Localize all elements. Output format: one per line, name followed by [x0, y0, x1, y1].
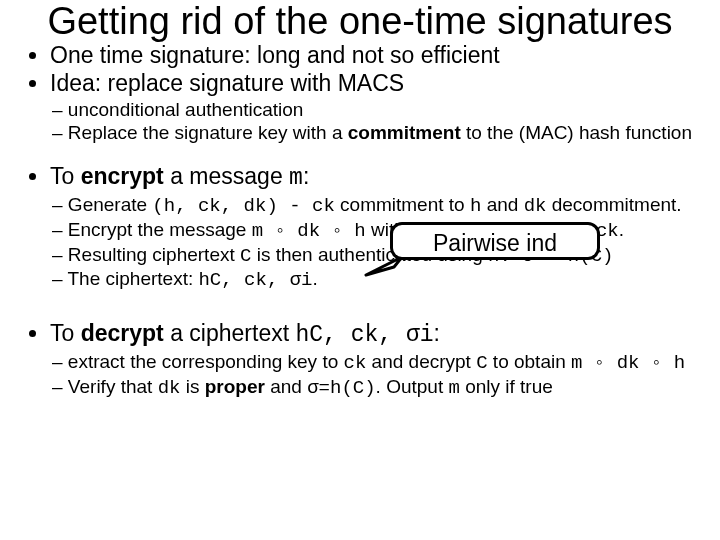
bullet-decrypt: To decrypt a ciphertext hC, ck, σi: [50, 320, 698, 348]
callout-pairwise-ind: Pairwise ind [390, 222, 600, 260]
sub-bullets-decrypt: extract the corresponding key to ck and … [22, 351, 698, 400]
bullet-one-time-sig: One time signature: long and not so effi… [50, 42, 698, 68]
sub-replace-commitment: Replace the signature key with a commitm… [52, 122, 698, 144]
bullet-encrypt: To encrypt a message m: [50, 163, 698, 191]
sub-encrypt-msg: Encrypt the message m ◦ dk ◦ h with resp… [52, 219, 698, 243]
sub-unconditional: unconditional authentication [52, 99, 698, 121]
callout-tail-icon [364, 257, 404, 279]
svg-marker-0 [366, 257, 402, 275]
slide: Getting rid of the one-time signatures O… [0, 2, 720, 540]
bullet-idea-macs: Idea: replace signature with MACS [50, 70, 698, 96]
sub-extract-key: extract the corresponding key to ck and … [52, 351, 698, 375]
slide-title: Getting rid of the one-time signatures [22, 2, 698, 42]
decrypt-bullet: To decrypt a ciphertext hC, ck, σi: [22, 320, 698, 348]
top-bullets: One time signature: long and not so effi… [22, 42, 698, 97]
sub-bullets-idea: unconditional authentication Replace the… [22, 99, 698, 144]
encrypt-bullet: To encrypt a message m: [22, 163, 698, 191]
sub-verify: Verify that dk is proper and σ=h(C). Out… [52, 376, 698, 400]
sub-generate: Generate (h, ck, dk) - ck commitment to … [52, 194, 698, 218]
